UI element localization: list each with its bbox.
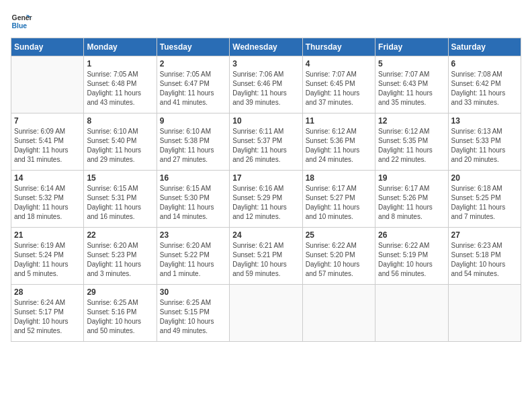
weekday-header: Monday	[84, 38, 157, 56]
day-number: 30	[160, 287, 226, 297]
day-number: 12	[378, 116, 445, 126]
day-number: 15	[87, 173, 153, 183]
calendar-cell: 2Sunrise: 7:05 AM Sunset: 6:47 PM Daylig…	[157, 56, 229, 113]
calendar-cell: 15Sunrise: 6:15 AM Sunset: 5:31 PM Dayli…	[84, 171, 157, 228]
day-info: Sunrise: 7:06 AM Sunset: 6:46 PM Dayligh…	[232, 70, 299, 107]
day-info: Sunrise: 6:17 AM Sunset: 5:27 PM Dayligh…	[306, 184, 372, 222]
day-number: 19	[378, 173, 445, 183]
day-number: 5	[378, 59, 445, 68]
calendar-cell	[230, 285, 302, 342]
calendar-cell: 29Sunrise: 6:25 AM Sunset: 5:16 PM Dayli…	[84, 285, 157, 342]
day-info: Sunrise: 6:14 AM Sunset: 5:32 PM Dayligh…	[14, 184, 81, 222]
calendar-week: 14Sunrise: 6:14 AM Sunset: 5:32 PM Dayli…	[11, 171, 521, 228]
day-number: 26	[378, 230, 445, 240]
day-info: Sunrise: 6:17 AM Sunset: 5:26 PM Dayligh…	[378, 184, 445, 222]
day-info: Sunrise: 6:10 AM Sunset: 5:38 PM Dayligh…	[160, 127, 226, 165]
day-number: 14	[14, 173, 81, 183]
day-info: Sunrise: 6:12 AM Sunset: 5:35 PM Dayligh…	[378, 127, 445, 165]
weekday-header: Tuesday	[157, 38, 229, 56]
day-number: 22	[87, 230, 153, 240]
day-number: 29	[87, 287, 153, 297]
day-info: Sunrise: 6:15 AM Sunset: 5:31 PM Dayligh…	[87, 184, 153, 222]
calendar-cell: 26Sunrise: 6:22 AM Sunset: 5:19 PM Dayli…	[375, 228, 448, 285]
logo-icon: General Blue	[11, 11, 32, 32]
day-number: 24	[232, 230, 299, 240]
day-info: Sunrise: 6:10 AM Sunset: 5:40 PM Dayligh…	[87, 127, 153, 165]
calendar-cell: 22Sunrise: 6:20 AM Sunset: 5:23 PM Dayli…	[84, 228, 157, 285]
calendar-week: 21Sunrise: 6:19 AM Sunset: 5:24 PM Dayli…	[11, 228, 521, 285]
weekday-header: Sunday	[11, 38, 84, 56]
day-number: 27	[451, 230, 518, 240]
day-number: 18	[306, 173, 372, 183]
logo: General Blue	[11, 11, 35, 32]
calendar-cell	[448, 285, 521, 342]
calendar-cell: 3Sunrise: 7:06 AM Sunset: 6:46 PM Daylig…	[230, 56, 302, 113]
page-header: General Blue	[11, 11, 521, 32]
day-info: Sunrise: 6:15 AM Sunset: 5:30 PM Dayligh…	[160, 184, 226, 222]
day-info: Sunrise: 6:12 AM Sunset: 5:36 PM Dayligh…	[306, 127, 372, 165]
calendar-cell: 14Sunrise: 6:14 AM Sunset: 5:32 PM Dayli…	[11, 171, 84, 228]
calendar-cell	[375, 285, 448, 342]
calendar-cell: 8Sunrise: 6:10 AM Sunset: 5:40 PM Daylig…	[84, 113, 157, 171]
day-info: Sunrise: 6:13 AM Sunset: 5:33 PM Dayligh…	[451, 127, 518, 165]
day-number: 21	[14, 230, 81, 240]
day-number: 17	[232, 173, 299, 183]
calendar-cell	[302, 285, 375, 342]
day-number: 23	[160, 230, 226, 240]
calendar-cell: 12Sunrise: 6:12 AM Sunset: 5:35 PM Dayli…	[375, 113, 448, 171]
day-info: Sunrise: 7:08 AM Sunset: 6:42 PM Dayligh…	[451, 70, 518, 107]
calendar-cell: 28Sunrise: 6:24 AM Sunset: 5:17 PM Dayli…	[11, 285, 84, 342]
calendar-cell: 9Sunrise: 6:10 AM Sunset: 5:38 PM Daylig…	[157, 113, 229, 171]
day-number: 7	[14, 116, 81, 126]
day-info: Sunrise: 7:05 AM Sunset: 6:48 PM Dayligh…	[87, 70, 153, 107]
calendar-week: 7Sunrise: 6:09 AM Sunset: 5:41 PM Daylig…	[11, 113, 521, 171]
day-info: Sunrise: 6:23 AM Sunset: 5:18 PM Dayligh…	[451, 241, 518, 279]
day-info: Sunrise: 7:07 AM Sunset: 6:43 PM Dayligh…	[378, 70, 445, 107]
calendar-cell: 11Sunrise: 6:12 AM Sunset: 5:36 PM Dayli…	[302, 113, 375, 171]
day-info: Sunrise: 7:07 AM Sunset: 6:45 PM Dayligh…	[306, 70, 372, 107]
calendar-week: 28Sunrise: 6:24 AM Sunset: 5:17 PM Dayli…	[11, 285, 521, 342]
day-info: Sunrise: 6:19 AM Sunset: 5:24 PM Dayligh…	[14, 241, 81, 279]
calendar-cell: 24Sunrise: 6:21 AM Sunset: 5:21 PM Dayli…	[230, 228, 302, 285]
calendar-cell	[11, 56, 84, 113]
day-number: 13	[451, 116, 518, 126]
day-info: Sunrise: 6:20 AM Sunset: 5:22 PM Dayligh…	[160, 241, 226, 279]
day-info: Sunrise: 6:21 AM Sunset: 5:21 PM Dayligh…	[232, 241, 299, 279]
calendar-cell: 18Sunrise: 6:17 AM Sunset: 5:27 PM Dayli…	[302, 171, 375, 228]
day-info: Sunrise: 6:09 AM Sunset: 5:41 PM Dayligh…	[14, 127, 81, 165]
calendar-cell: 16Sunrise: 6:15 AM Sunset: 5:30 PM Dayli…	[157, 171, 229, 228]
day-info: Sunrise: 6:25 AM Sunset: 5:15 PM Dayligh…	[160, 298, 226, 336]
svg-text:Blue: Blue	[12, 22, 28, 30]
weekday-header: Thursday	[302, 38, 375, 56]
day-number: 10	[232, 116, 299, 126]
calendar-cell: 17Sunrise: 6:16 AM Sunset: 5:29 PM Dayli…	[230, 171, 302, 228]
day-number: 9	[160, 116, 226, 126]
calendar-cell: 13Sunrise: 6:13 AM Sunset: 5:33 PM Dayli…	[448, 113, 521, 171]
day-info: Sunrise: 6:11 AM Sunset: 5:37 PM Dayligh…	[232, 127, 299, 165]
day-info: Sunrise: 6:16 AM Sunset: 5:29 PM Dayligh…	[232, 184, 299, 222]
day-info: Sunrise: 6:20 AM Sunset: 5:23 PM Dayligh…	[87, 241, 153, 279]
calendar-week: 1Sunrise: 7:05 AM Sunset: 6:48 PM Daylig…	[11, 56, 521, 113]
calendar-cell: 5Sunrise: 7:07 AM Sunset: 6:43 PM Daylig…	[375, 56, 448, 113]
day-number: 1	[87, 59, 153, 68]
day-number: 16	[160, 173, 226, 183]
day-info: Sunrise: 6:18 AM Sunset: 5:25 PM Dayligh…	[451, 184, 518, 222]
calendar-cell: 7Sunrise: 6:09 AM Sunset: 5:41 PM Daylig…	[11, 113, 84, 171]
day-number: 8	[87, 116, 153, 126]
day-number: 11	[306, 116, 372, 126]
weekday-header: Friday	[375, 38, 448, 56]
calendar-table: SundayMondayTuesdayWednesdayThursdayFrid…	[11, 38, 521, 342]
calendar-cell: 30Sunrise: 6:25 AM Sunset: 5:15 PM Dayli…	[157, 285, 229, 342]
day-number: 20	[451, 173, 518, 183]
svg-text:General: General	[12, 14, 32, 21]
calendar-cell: 25Sunrise: 6:22 AM Sunset: 5:20 PM Dayli…	[302, 228, 375, 285]
day-info: Sunrise: 6:24 AM Sunset: 5:17 PM Dayligh…	[14, 298, 81, 336]
calendar-cell: 19Sunrise: 6:17 AM Sunset: 5:26 PM Dayli…	[375, 171, 448, 228]
day-info: Sunrise: 6:22 AM Sunset: 5:19 PM Dayligh…	[378, 241, 445, 279]
day-info: Sunrise: 6:22 AM Sunset: 5:20 PM Dayligh…	[306, 241, 372, 279]
day-info: Sunrise: 7:05 AM Sunset: 6:47 PM Dayligh…	[160, 70, 226, 107]
calendar-cell: 27Sunrise: 6:23 AM Sunset: 5:18 PM Dayli…	[448, 228, 521, 285]
calendar-cell: 21Sunrise: 6:19 AM Sunset: 5:24 PM Dayli…	[11, 228, 84, 285]
day-number: 25	[306, 230, 372, 240]
weekday-header: Saturday	[448, 38, 521, 56]
